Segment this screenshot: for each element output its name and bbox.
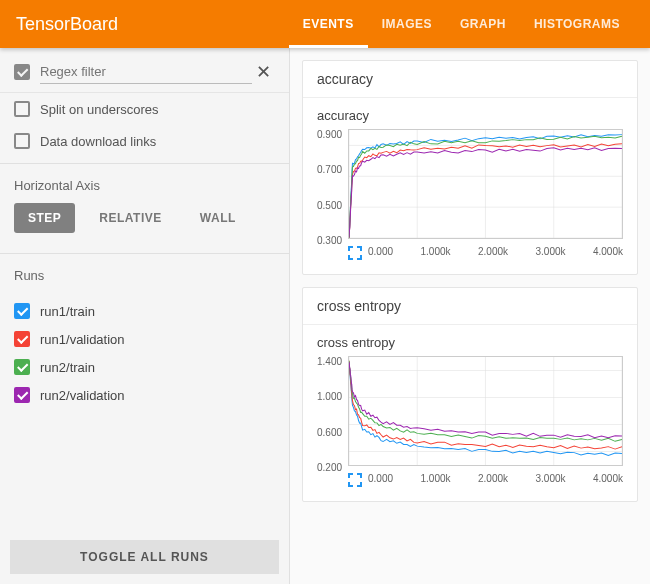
run-checkbox[interactable] (14, 387, 30, 403)
card-title: cross entropy (303, 288, 637, 325)
checkbox-icon (14, 133, 30, 149)
y-axis-labels: 0.9000.7000.5000.300 (317, 129, 348, 260)
sidebar: ✕ Split on underscores Data download lin… (0, 48, 290, 584)
plot-title: cross entropy (317, 335, 623, 350)
run-item[interactable]: run1/validation (14, 325, 275, 353)
option-download-links[interactable]: Data download links (0, 125, 289, 157)
option-label: Split on underscores (40, 102, 159, 117)
app-title: TensorBoard (16, 14, 118, 35)
axis-step-button[interactable]: STEP (14, 203, 75, 233)
run-checkbox[interactable] (14, 303, 30, 319)
plot-title: accuracy (317, 108, 623, 123)
runs-section-title: Runs (0, 254, 289, 293)
run-item[interactable]: run2/validation (14, 381, 275, 409)
chart-plot (348, 129, 623, 239)
app-header: TensorBoard EVENTS IMAGES GRAPH HISTOGRA… (0, 0, 650, 48)
option-split-underscores[interactable]: Split on underscores (0, 93, 289, 125)
axis-section-title: Horizontal Axis (0, 164, 289, 203)
chart-card: accuracyaccuracy0.9000.7000.5000.3000.00… (302, 60, 638, 275)
regex-input[interactable] (40, 60, 252, 84)
toggle-all-runs-button[interactable]: TOGGLE ALL RUNS (10, 540, 279, 574)
main-content: accuracyaccuracy0.9000.7000.5000.3000.00… (290, 48, 650, 584)
run-item[interactable]: run1/train (14, 297, 275, 325)
x-axis-labels: 0.0001.000k2.000k3.000k4.000k (368, 242, 623, 257)
chart-plot (348, 356, 623, 466)
tab-graph[interactable]: GRAPH (446, 0, 520, 48)
card-title: accuracy (303, 61, 637, 98)
run-item[interactable]: run2/train (14, 353, 275, 381)
expand-icon[interactable] (348, 473, 362, 487)
run-label: run2/validation (40, 388, 125, 403)
y-axis-labels: 1.4001.0000.6000.200 (317, 356, 348, 487)
regex-checkbox[interactable] (14, 64, 30, 80)
tab-bar: EVENTS IMAGES GRAPH HISTOGRAMS (289, 0, 634, 48)
option-label: Data download links (40, 134, 156, 149)
run-checkbox[interactable] (14, 359, 30, 375)
axis-relative-button[interactable]: RELATIVE (85, 203, 175, 233)
checkbox-icon (14, 101, 30, 117)
run-checkbox[interactable] (14, 331, 30, 347)
close-icon[interactable]: ✕ (252, 61, 275, 83)
expand-icon[interactable] (348, 246, 362, 260)
tab-images[interactable]: IMAGES (368, 0, 446, 48)
chart-card: cross entropycross entropy1.4001.0000.60… (302, 287, 638, 502)
tab-histograms[interactable]: HISTOGRAMS (520, 0, 634, 48)
tab-events[interactable]: EVENTS (289, 0, 368, 48)
run-label: run1/train (40, 304, 95, 319)
x-axis-labels: 0.0001.000k2.000k3.000k4.000k (368, 469, 623, 484)
run-label: run1/validation (40, 332, 125, 347)
run-label: run2/train (40, 360, 95, 375)
axis-wall-button[interactable]: WALL (186, 203, 250, 233)
